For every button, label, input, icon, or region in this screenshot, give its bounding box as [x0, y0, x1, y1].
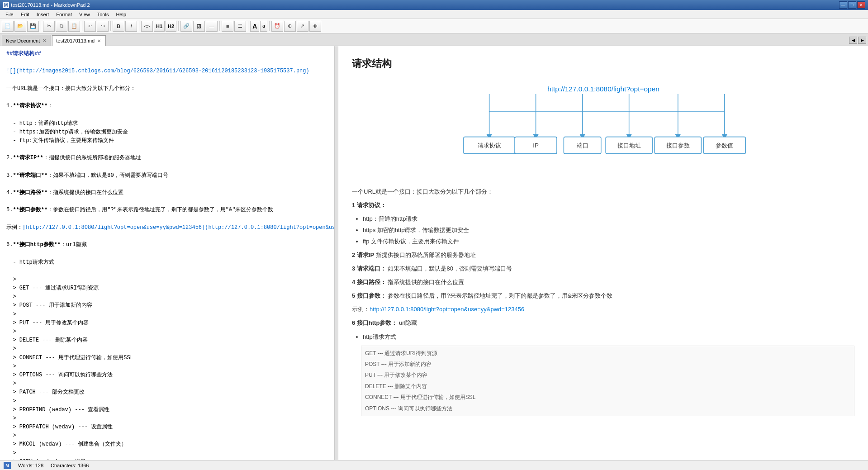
image-button[interactable]: 🖼	[193, 21, 205, 32]
tabs-list: New Document ✕ test20170113.md ✕	[2, 35, 107, 46]
titlebar-controls: — □ ✕	[839, 1, 865, 9]
bold-button[interactable]: B	[113, 21, 124, 32]
toolbar-sep-5	[178, 21, 179, 31]
open-button[interactable]: 📂	[14, 21, 26, 32]
maximize-button[interactable]: □	[848, 1, 856, 9]
section-desc-3: 如果不填端口，默认是80，否则需要填写端口号	[388, 265, 512, 272]
section-term-1: 请求协议：	[357, 202, 386, 209]
tab-nav-left[interactable]: ◀	[849, 37, 857, 44]
search-button[interactable]: ⊕	[284, 21, 296, 32]
svg-text:接口地址: 接口地址	[617, 142, 640, 149]
editor-textarea[interactable]: ##请求结构## ![](http://images2015.cnblogs.c…	[0, 46, 334, 460]
tab-test-file-close[interactable]: ✕	[96, 38, 102, 43]
toolbar-sep-4	[139, 21, 139, 31]
menu-view[interactable]: View	[76, 11, 94, 18]
tab-nav-right[interactable]: ▶	[858, 37, 866, 44]
section-num-4: 4	[352, 279, 357, 285]
titlebar-title: test20170113.md - MarkdownPad 2	[11, 2, 90, 8]
tab-new-document[interactable]: New Document ✕	[2, 35, 51, 46]
timestamp-button[interactable]: ⏰	[271, 21, 283, 32]
section-term-4: 接口路径：	[357, 279, 386, 285]
font-small-button[interactable]: a	[260, 21, 267, 32]
editor-wrapper: ##请求结构## ![](http://images2015.cnblogs.c…	[0, 46, 334, 460]
preview-button[interactable]: 👁	[309, 21, 321, 32]
app-icon: M	[3, 2, 9, 8]
preview-section-6: 6 接口http参数： url隐藏	[352, 318, 854, 328]
section-desc-6: url隐藏	[399, 319, 417, 326]
undo-button[interactable]: ↩	[84, 21, 96, 32]
hr-button[interactable]: —	[206, 21, 218, 32]
svg-text:请求协议: 请求协议	[477, 142, 501, 149]
preview-section-2: 2 请求IP 指提供接口的系统所部署的服务器地址	[352, 250, 854, 260]
section-term-5: 接口参数：	[357, 292, 386, 299]
toolbar-sep-6	[219, 21, 220, 31]
preview-section-5: 5 接口参数： 参数在接口路径后，用?来表示路径地址完了，剩下的都是参数了，用&…	[352, 291, 854, 301]
section-term-3: 请求端口：	[357, 265, 386, 272]
redo-button[interactable]: ↪	[97, 21, 109, 32]
svg-text:接口参数: 接口参数	[666, 142, 689, 149]
status-mode-indicator: M	[4, 462, 11, 469]
example-link[interactable]: http://127.0.0.1:8080/light?opt=open&use…	[370, 306, 524, 313]
chars-count: 1366	[78, 463, 89, 468]
paste-button[interactable]: 📋	[68, 21, 80, 32]
menu-file[interactable]: File	[2, 11, 17, 18]
tab-new-document-label: New Document	[6, 38, 40, 43]
diagram-container: http://127.0.0.1:8080/light?opt=open	[352, 81, 854, 177]
tabs-bar: New Document ✕ test20170113.md ✕ ◀ ▶	[0, 33, 868, 46]
method-delete: DELETE --- 删除某个内容	[365, 381, 850, 392]
titlebar-left: M test20170113.md - MarkdownPad 2	[3, 2, 90, 8]
svg-text:参数值: 参数值	[716, 142, 733, 149]
pane-divider[interactable]	[335, 46, 338, 460]
section-num-1: 1	[352, 202, 357, 209]
list-item-https: https 加密的http请求，传输数据更加安全	[363, 225, 854, 235]
menu-help[interactable]: Help	[112, 11, 130, 18]
method-put: PUT --- 用于修改某个内容	[365, 370, 850, 380]
status-chars: Characters: 1366	[51, 463, 89, 468]
http-methods-parent: http请求方式	[363, 332, 854, 342]
chars-label: Characters:	[51, 463, 76, 468]
link-button[interactable]: 🔗	[180, 21, 192, 32]
method-connect: CONNECT --- 用于代理进行传输，如使用SSL	[365, 392, 850, 403]
tab-test-file[interactable]: test20170113.md ✕	[52, 35, 106, 46]
preview-example: 示例：http://127.0.0.1:8080/light?opt=open&…	[352, 304, 854, 314]
save-button[interactable]: 💾	[27, 21, 39, 32]
menu-format[interactable]: Format	[52, 11, 76, 18]
section-num-6: 6	[352, 319, 357, 326]
preview-section-1: 1 请求协议：	[352, 200, 854, 210]
words-label: Words:	[18, 463, 34, 468]
tabs-nav: ◀ ▶	[849, 37, 866, 46]
section-desc-4: 指系统提供的接口在什么位置	[388, 279, 464, 285]
list-item-method-label: http请求方式	[363, 332, 854, 342]
h1-button[interactable]: H1	[154, 21, 165, 32]
tab-new-document-close[interactable]: ✕	[42, 38, 47, 43]
preview-pane: 请求结构 http://127.0.0.1:8080/light?opt=ope…	[338, 46, 868, 460]
toolbar-sep-1	[41, 21, 41, 31]
menu-tools[interactable]: Tools	[94, 11, 113, 18]
new-button[interactable]: 📄	[2, 21, 14, 32]
status-words: Words: 128	[18, 463, 43, 468]
italic-button[interactable]: I	[125, 21, 137, 32]
menu-insert[interactable]: Insert	[33, 11, 53, 18]
section-num-3: 3	[352, 265, 357, 272]
export-button[interactable]: ↗	[297, 21, 308, 32]
font-big-button[interactable]: A	[250, 21, 259, 32]
section-desc-2: 指提供接口的系统所部署的服务器地址	[376, 252, 476, 258]
svg-text:IP: IP	[533, 142, 539, 149]
cut-button[interactable]: ✂	[43, 21, 55, 32]
copy-button[interactable]: ⧉	[56, 21, 67, 32]
methods-table: GET --- 通过请求URI得到资源 POST --- 用于添加新的内容 PU…	[361, 346, 854, 416]
preview-section-4: 4 接口路径： 指系统提供的接口在什么位置	[352, 277, 854, 287]
ul-button[interactable]: ≡	[222, 21, 233, 32]
menu-edit[interactable]: Edit	[17, 11, 33, 18]
statusbar: M Words: 128 Characters: 1366	[0, 460, 868, 470]
minimize-button[interactable]: —	[839, 1, 847, 9]
h2-button[interactable]: H2	[166, 21, 176, 32]
section-term-2: 请求IP	[357, 252, 374, 258]
close-button[interactable]: ✕	[857, 1, 865, 9]
code-button[interactable]: <>	[141, 21, 153, 32]
method-get: GET --- 通过请求URI得到资源	[365, 348, 850, 359]
menubar: File Edit Insert Format View Tools Help	[0, 10, 868, 19]
ol-button[interactable]: ☰	[234, 21, 246, 32]
svg-text:http://127.0.0.1:8080/light?op: http://127.0.0.1:8080/light?opt=open	[547, 85, 659, 93]
list-item-ftp: ftp 文件传输协议，主要用来传输文件	[363, 237, 854, 247]
